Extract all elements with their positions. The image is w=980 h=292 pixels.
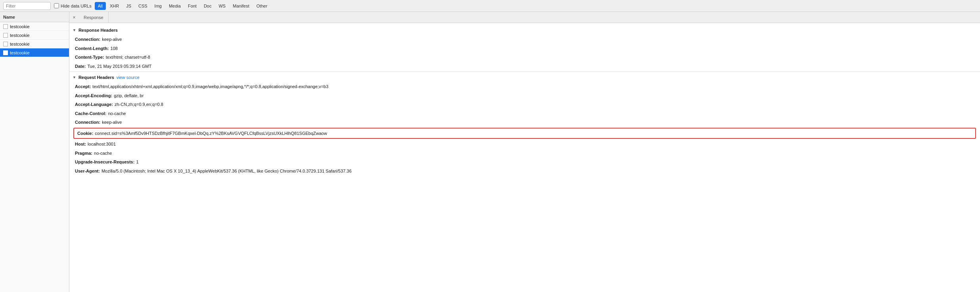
- filter-btn-img[interactable]: Img: [151, 2, 165, 10]
- resource-list-header-label: Name: [3, 15, 15, 19]
- right-panel: × HeadersPreviewResponseCookiesTiming ▼R…: [69, 12, 980, 292]
- triangle-icon: ▼: [73, 75, 76, 79]
- header-value: text/html; charset=utf-8: [106, 54, 150, 61]
- response-headers-section-header: ▼Response Headers: [69, 25, 980, 35]
- header-name: Content-Length:: [75, 45, 109, 52]
- header-name: Pragma:: [75, 150, 92, 157]
- headers-section: ▼Response HeadersConnection: keep-aliveC…: [69, 23, 980, 178]
- header-name: Accept-Language:: [75, 101, 113, 108]
- response-header-row: Date: Tue, 21 May 2019 05:39:14 GMT: [69, 62, 980, 71]
- request-header-row: Host: localhost:3001: [69, 140, 980, 149]
- header-name: Cache-Control:: [75, 110, 106, 117]
- response-header-row: Content-Length: 108: [69, 44, 980, 53]
- hide-data-urls-label: Hide data URLs: [54, 3, 92, 8]
- close-tab-button[interactable]: ×: [71, 14, 77, 21]
- request-headers-section: ▼ Request Headers view source Accept: te…: [69, 73, 980, 175]
- filter-btn-css[interactable]: CSS: [135, 2, 151, 10]
- resource-list-header: Name: [0, 12, 69, 22]
- header-value: connect.sid=s%3Amf5Dv9HTSDzBfhjitF7GBmKq…: [95, 130, 327, 137]
- request-header-row: Cache-Control: no-cache: [69, 109, 980, 118]
- resource-item[interactable]: testcookie: [0, 22, 69, 31]
- resource-file-icon: [3, 42, 8, 46]
- resource-list: Name testcookietestcookietestcookietestc…: [0, 12, 69, 292]
- header-value: 1: [136, 159, 138, 165]
- hide-data-urls-checkbox[interactable]: [54, 3, 59, 8]
- header-name: Content-Type:: [75, 54, 104, 61]
- filter-btn-all[interactable]: All: [95, 2, 106, 10]
- header-value: keep-alive: [102, 36, 122, 43]
- header-value: Tue, 21 May 2019 05:39:14 GMT: [88, 63, 152, 70]
- header-value: gzip, deflate, br: [114, 92, 144, 99]
- resource-item[interactable]: testcookie: [0, 40, 69, 48]
- request-header-row: Connection: keep-alive: [69, 118, 980, 127]
- header-value: 108: [111, 45, 118, 52]
- resource-item-label: testcookie: [10, 42, 30, 46]
- header-name: Connection:: [75, 119, 100, 126]
- response-header-row: Connection: keep-alive: [69, 35, 980, 44]
- tab-response[interactable]: Response: [79, 12, 109, 23]
- resource-item-label: testcookie: [10, 24, 30, 29]
- filter-btn-other[interactable]: Other: [253, 2, 271, 10]
- response-headers-container: ▼Response HeadersConnection: keep-aliveC…: [69, 25, 980, 71]
- request-header-row: Accept: text/html,application/xhtml+xml,…: [69, 82, 980, 91]
- header-value: no-cache: [94, 150, 112, 157]
- resource-item-label: testcookie: [10, 33, 30, 38]
- filter-btn-font[interactable]: Font: [185, 2, 200, 10]
- resource-file-icon: [3, 33, 8, 38]
- resource-item-label: testcookie: [10, 50, 30, 55]
- header-value: localhost:3001: [88, 141, 116, 148]
- resource-item[interactable]: testcookie: [0, 48, 69, 57]
- header-name: Connection:: [75, 36, 100, 43]
- response-header-row: Content-Type: text/html; charset=utf-8: [69, 53, 980, 62]
- resource-file-icon: [3, 50, 8, 55]
- header-name: User-Agent:: [75, 168, 100, 175]
- header-name: Date:: [75, 63, 86, 70]
- header-name: Cookie:: [77, 130, 93, 137]
- filter-buttons: AllXHRJSCSSImgMediaFontDocWSManifestOthe…: [95, 2, 271, 10]
- resource-item[interactable]: testcookie: [0, 31, 69, 40]
- toolbar: Hide data URLs AllXHRJSCSSImgMediaFontDo…: [0, 0, 980, 12]
- filter-btn-ws[interactable]: WS: [215, 2, 229, 10]
- filter-btn-manifest[interactable]: Manifest: [230, 2, 253, 10]
- filter-input[interactable]: [3, 2, 51, 10]
- close-icon: ×: [73, 15, 75, 20]
- header-name: Host:: [75, 141, 86, 148]
- header-name: Upgrade-Insecure-Requests:: [75, 159, 134, 165]
- tabs-bar: × HeadersPreviewResponseCookiesTiming: [69, 12, 980, 23]
- filter-btn-media[interactable]: Media: [166, 2, 184, 10]
- header-value: zh-CN,zh;q=0.9,en;q=0.8: [115, 101, 163, 108]
- request-headers-container: Accept: text/html,application/xhtml+xml,…: [69, 82, 980, 175]
- request-header-row: Accept-Encoding: gzip, deflate, br: [69, 91, 980, 100]
- filter-btn-xhr[interactable]: XHR: [107, 2, 122, 10]
- resource-items-container: testcookietestcookietestcookietestcookie: [0, 22, 69, 57]
- header-name: Accept-Encoding:: [75, 92, 112, 99]
- request-headers-section-header: ▼ Request Headers view source: [69, 73, 980, 82]
- separator: [69, 71, 980, 72]
- header-value: text/html,application/xhtml+xml,applicat…: [92, 83, 328, 90]
- header-name: Accept:: [75, 83, 91, 90]
- request-headers-label: Request Headers: [78, 75, 114, 80]
- header-value: keep-alive: [102, 119, 122, 126]
- hide-data-urls-text: Hide data URLs: [61, 4, 92, 8]
- main-layout: Name testcookietestcookietestcookietestc…: [0, 12, 980, 292]
- header-value: Mozilla/5.0 (Macintosh; Intel Mac OS X 1…: [101, 168, 352, 175]
- triangle-icon: ▼: [73, 28, 76, 32]
- filter-btn-js[interactable]: JS: [123, 2, 134, 10]
- content-area: ▼Response HeadersConnection: keep-aliveC…: [69, 23, 980, 292]
- filter-btn-doc[interactable]: Doc: [201, 2, 215, 10]
- request-header-row: Upgrade-Insecure-Requests: 1: [69, 158, 980, 167]
- request-header-row: Accept-Language: zh-CN,zh;q=0.9,en;q=0.8: [69, 100, 980, 109]
- view-source-link[interactable]: view source: [117, 75, 140, 80]
- header-value: no-cache: [108, 110, 126, 117]
- request-header-row: Pragma: no-cache: [69, 149, 980, 158]
- resource-file-icon: [3, 24, 8, 29]
- response-headers-label: Response Headers: [78, 28, 118, 33]
- request-header-row: Cookie: connect.sid=s%3Amf5Dv9HTSDzBfhji…: [73, 128, 976, 139]
- request-header-row: User-Agent: Mozilla/5.0 (Macintosh; Inte…: [69, 167, 980, 176]
